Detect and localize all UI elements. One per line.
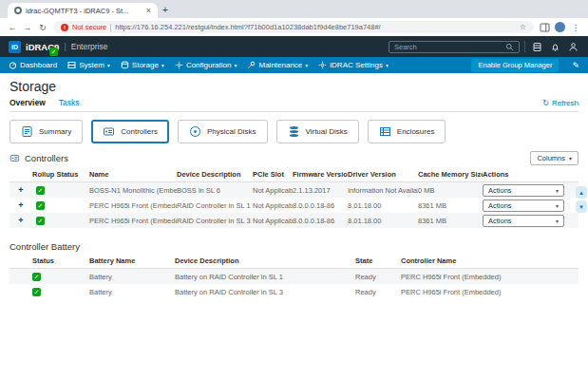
col-pcie-slot: PCIe Slot xyxy=(253,170,293,179)
page-content: Storage Overview Tasks ↻ Refresh Summary… xyxy=(0,73,588,299)
reload-icon[interactable]: ↻ xyxy=(38,23,47,32)
scroll-up-button[interactable]: ▲ xyxy=(576,186,587,199)
nav-dashboard[interactable]: Dashboard xyxy=(9,61,57,69)
firmware-version: 8.0.0.0.18-86 xyxy=(293,201,348,210)
not-secure-label[interactable]: Not secure xyxy=(72,23,106,31)
col-device-description: Device Description xyxy=(175,256,355,265)
status-ok-icon: ✓ xyxy=(32,288,41,296)
search-input[interactable] xyxy=(394,43,502,51)
url-text[interactable]: https://176.16.254.221/restgui/index.htm… xyxy=(115,23,516,31)
nav-system[interactable]: System ▾ xyxy=(67,61,110,69)
expand-row-icon[interactable]: + xyxy=(9,185,32,195)
pcie-slot: Not Applicable xyxy=(253,186,293,195)
chevron-down-icon: ▾ xyxy=(161,62,164,68)
search-icon[interactable] xyxy=(505,43,514,51)
nav-idrac-settings[interactable]: iDRAC Settings ▾ xyxy=(318,61,389,69)
forward-icon[interactable]: → xyxy=(23,23,32,32)
table-row: ✓ Battery Battery on RAID Controller in … xyxy=(9,269,579,284)
notifications-bell-icon[interactable] xyxy=(548,41,561,52)
driver-version: Information Not Available xyxy=(348,186,418,195)
system-server-icon xyxy=(67,61,76,69)
controller-name: PERC H965i Front (Embedded) xyxy=(401,288,579,296)
columns-button[interactable]: Columns ▾ xyxy=(530,151,579,165)
search-box[interactable] xyxy=(389,41,520,53)
battery-name: Battery xyxy=(89,288,175,296)
col-controller-name: Controller Name xyxy=(401,256,579,265)
nav-storage[interactable]: Storage ▾ xyxy=(121,61,164,69)
side-panel-icon[interactable] xyxy=(540,23,549,32)
col-battery-name: Battery Name xyxy=(89,256,175,265)
edit-pencil-icon[interactable]: ✎ xyxy=(572,61,579,70)
nav-maintenance[interactable]: Maintenance ▾ xyxy=(247,61,308,69)
pcie-slot: Not Applicable xyxy=(253,201,293,210)
idrac-header: iD iDRAC9 | Enterprise xyxy=(0,36,588,57)
device-description: RAID Controller in SL 3 xyxy=(177,217,253,225)
idrac-logo: iD xyxy=(9,41,21,53)
chevron-down-icon: ▾ xyxy=(556,187,559,194)
table-row: + ✓ PERC H965i Front (Embedded) RAID Con… xyxy=(9,198,579,213)
controllers-table: Rollup Status Name Device Description PC… xyxy=(9,167,579,228)
col-device-description: Device Description xyxy=(177,170,253,179)
battery-section-title: Controller Battery xyxy=(9,241,80,252)
expand-row-icon[interactable]: + xyxy=(9,216,32,225)
browser-profile-avatar[interactable] xyxy=(555,22,565,32)
bookmark-star-icon[interactable]: ☆ xyxy=(520,23,526,31)
col-cache-memory-size: Cache Memory Size xyxy=(418,170,483,179)
tab-close-icon[interactable]: × xyxy=(146,7,151,15)
driver-version: 8.01.18.00 xyxy=(348,217,418,225)
user-icon[interactable] xyxy=(566,41,579,52)
tab-favicon-icon xyxy=(14,7,22,14)
card-controllers[interactable]: Controllers xyxy=(91,120,169,143)
chevron-down-icon: ▾ xyxy=(386,62,389,68)
back-icon[interactable]: ← xyxy=(8,23,17,32)
browser-tab[interactable]: idrac-GQMTFT3 - iDRAC9 - St... × xyxy=(8,3,158,18)
battery-name: Battery xyxy=(89,273,175,281)
card-physical-disks[interactable]: Physical Disks xyxy=(178,120,268,143)
col-actions: Actions xyxy=(483,170,579,179)
settings-gear-icon xyxy=(318,61,327,69)
browser-tab-strip: idrac-GQMTFT3 - iDRAC9 - St... × + xyxy=(0,0,588,18)
storage-disk-icon xyxy=(121,61,129,69)
cache-memory-size: 0 MB xyxy=(418,186,483,195)
server-rack-icon[interactable] xyxy=(530,41,543,52)
card-summary[interactable]: Summary xyxy=(9,120,83,143)
actions-dropdown[interactable]: Actions ▾ xyxy=(483,200,564,212)
nav-configuration[interactable]: Configuration ▾ xyxy=(175,61,237,69)
table-row: + ✓ BOSS-N1 Monolithic (Embedded) BOSS i… xyxy=(9,182,579,198)
device-description: RAID Controller in SL 1 xyxy=(177,201,253,210)
battery-state: Ready xyxy=(355,288,401,296)
scroll-down-button[interactable]: ▼ xyxy=(576,200,587,213)
driver-version: 8.01.18.00 xyxy=(348,201,418,210)
chevron-down-icon: ▾ xyxy=(234,62,237,68)
card-enclosures[interactable]: Enclosures xyxy=(368,120,446,143)
tab-overview[interactable]: Overview xyxy=(9,98,46,107)
browser-menu-icon[interactable]: ⋮ xyxy=(571,23,580,32)
address-bar[interactable]: ! Not secure https://176.16.254.221/rest… xyxy=(53,21,534,33)
actions-dropdown[interactable]: Actions ▾ xyxy=(483,184,564,197)
page-title: Storage xyxy=(9,79,579,94)
chevron-down-icon: ▾ xyxy=(556,218,559,224)
browser-toolbar: ← → ↻ ! Not secure https://176.16.254.22… xyxy=(0,18,588,36)
battery-table-header: Status Battery Name Device Description S… xyxy=(9,254,579,269)
expand-row-icon[interactable]: + xyxy=(9,200,32,210)
controller-name: PERC H965i Front (Embedded) xyxy=(401,273,579,281)
controller-name: BOSS-N1 Monolithic (Embedded) xyxy=(89,186,177,195)
actions-dropdown[interactable]: Actions ▾ xyxy=(483,215,564,227)
summary-icon xyxy=(21,125,33,138)
device-description: BOSS in SL 6 xyxy=(177,186,253,195)
tab-tasks[interactable]: Tasks xyxy=(59,98,80,107)
brand-separator: | xyxy=(64,42,66,51)
scroll-widget: ▲ ▼ xyxy=(576,186,587,213)
chevron-down-icon: ▾ xyxy=(305,62,308,68)
device-description: Battery on RAID Controller in SL 3 xyxy=(175,288,355,296)
virtual-disks-icon xyxy=(288,125,300,138)
enable-group-manager-button[interactable]: Enable Group Manager xyxy=(471,59,559,72)
card-virtual-disks[interactable]: Virtual Disks xyxy=(276,120,359,143)
cache-memory-size: 8361 MB xyxy=(418,217,483,225)
refresh-link[interactable]: ↻ Refresh xyxy=(542,99,579,107)
pcie-slot: Not Applicable xyxy=(253,217,293,225)
device-description: Battery on RAID Controller in SL 1 xyxy=(175,273,355,281)
new-tab-button[interactable]: + xyxy=(158,5,173,15)
battery-section-header: Controller Battery xyxy=(9,241,579,252)
controllers-icon xyxy=(103,125,115,138)
